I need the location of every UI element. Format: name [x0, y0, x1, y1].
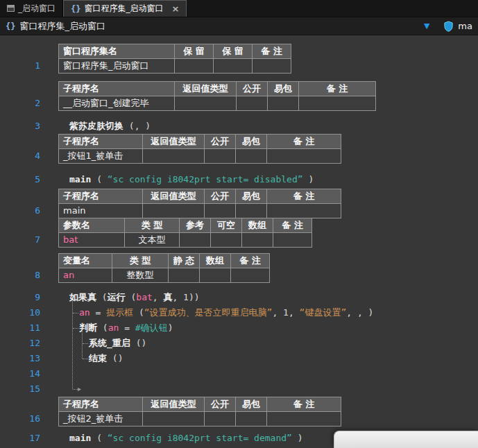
table-header-cell[interactable]: 窗口程序集名	[58, 44, 175, 59]
table-cell[interactable]: __启动窗口_创建完毕	[58, 96, 175, 111]
braces-icon: {}	[71, 4, 80, 14]
table-cell[interactable]	[174, 58, 214, 74]
breadcrumb-bar: {} 窗口程序集_启动窗口 ▼ ma	[0, 17, 478, 35]
table-header-cell[interactable]: 备 注	[266, 134, 341, 149]
table-cell[interactable]: 文本型	[124, 232, 180, 248]
table-cell[interactable]	[266, 203, 341, 218]
table-header-cell[interactable]: 备 注	[266, 397, 341, 412]
table-header-cell[interactable]: 返回值类型	[142, 397, 205, 412]
indent-guide: ▸	[78, 386, 81, 393]
table-cell[interactable]: an	[58, 268, 112, 283]
nav-right-text[interactable]: ma	[458, 21, 472, 31]
code-editor[interactable]: 窗口程序集名保 留保 留备 注1窗口程序集_启动窗口子程序名返回值类型公开易包备…	[0, 35, 478, 448]
indent-guide	[73, 313, 78, 313]
table-cell[interactable]	[273, 232, 312, 248]
table-header-cell[interactable]: 子程序名	[58, 397, 143, 412]
table-header-cell[interactable]: 数组	[199, 253, 231, 268]
close-icon[interactable]: ×	[171, 3, 179, 14]
line-number: 8	[0, 268, 58, 283]
table-header-cell[interactable]: 易包	[235, 189, 267, 204]
table-header-cell[interactable]: 类 型	[124, 218, 180, 233]
table-header-cell[interactable]: 变量名	[58, 253, 112, 268]
table-header-cell[interactable]: 公开	[204, 134, 236, 149]
line-number: 5	[0, 172, 58, 187]
table-header-cell[interactable]: 易包	[235, 134, 267, 149]
table-cell[interactable]	[298, 96, 376, 111]
table-cell[interactable]	[267, 96, 299, 111]
table-cell[interactable]	[252, 58, 291, 74]
table-row: 8an整数型	[0, 268, 478, 283]
table-cell[interactable]	[213, 58, 253, 74]
line-number: 3	[0, 119, 58, 134]
line-number	[0, 189, 58, 204]
table-header-cell[interactable]: 备 注	[273, 218, 312, 233]
breadcrumb-title: 窗口程序集_启动窗口	[19, 20, 105, 33]
table-cell[interactable]: main	[58, 203, 143, 218]
indent-guide	[83, 359, 88, 359]
table-cell[interactable]	[210, 232, 242, 248]
table-header-cell[interactable]: 子程序名	[58, 189, 143, 204]
table-cell[interactable]	[142, 148, 205, 164]
line-number	[0, 134, 58, 149]
line-number: 11	[0, 320, 58, 336]
table-header-cell[interactable]: 保 留	[213, 44, 253, 59]
table-cell[interactable]	[236, 96, 268, 111]
table-cell[interactable]	[179, 232, 211, 248]
table-header-row: 子程序名返回值类型公开易包备 注	[0, 397, 478, 412]
table-header-cell[interactable]: 公开	[204, 189, 236, 204]
table-cell[interactable]	[174, 96, 237, 111]
table-header-cell[interactable]: 返回值类型	[174, 81, 237, 96]
table-cell[interactable]	[204, 203, 236, 218]
tab-program-set-startup[interactable]: {} 窗口程序集_启动窗口 ×	[63, 0, 187, 17]
table-cell[interactable]	[266, 411, 341, 427]
table-header-cell[interactable]: 返回值类型	[142, 189, 205, 204]
table-header-cell[interactable]: 易包	[267, 81, 299, 96]
tab-label: _启动窗口	[18, 3, 56, 15]
line-number: 15	[0, 381, 58, 397]
table-cell[interactable]	[235, 148, 267, 164]
table-header-cell[interactable]: 返回值类型	[142, 134, 205, 149]
table-header-cell[interactable]: 参数名	[58, 218, 125, 233]
table-header-cell[interactable]: 公开	[204, 397, 236, 412]
table-cell[interactable]	[235, 203, 267, 218]
table-header-cell[interactable]: 静 态	[168, 253, 200, 268]
table-cell[interactable]	[199, 268, 231, 283]
table-header-cell[interactable]: 可空	[210, 218, 242, 233]
table-header-cell[interactable]: 备 注	[252, 44, 291, 59]
table-cell[interactable]	[235, 411, 267, 427]
table-header-cell[interactable]: 数组	[241, 218, 273, 233]
table-cell[interactable]	[204, 148, 236, 164]
table-cell[interactable]: bat	[58, 232, 125, 248]
table-header-cell[interactable]: 参考	[179, 218, 211, 233]
dropdown-arrow-icon[interactable]: ▼	[424, 21, 429, 31]
tab-startup-window[interactable]: _启动窗口	[0, 0, 63, 17]
code-line[interactable]: 3紫苏皮肤切换 (, )	[0, 119, 478, 134]
table-cell[interactable]: 整数型	[112, 268, 169, 283]
table-header-cell[interactable]: 备 注	[230, 253, 270, 268]
table-cell[interactable]	[204, 411, 236, 427]
table-header-cell[interactable]: 公开	[236, 81, 268, 96]
table-header-cell[interactable]: 备 注	[266, 189, 341, 204]
line-number: 7	[0, 232, 58, 248]
table-row: 2__启动窗口_创建完毕	[0, 96, 478, 111]
table-cell[interactable]	[241, 232, 273, 248]
shield-icon	[443, 21, 454, 32]
table-row: 1窗口程序集_启动窗口	[0, 58, 478, 74]
table-header-cell[interactable]: 子程序名	[58, 134, 143, 149]
table-header-cell[interactable]: 保 留	[174, 44, 214, 59]
line-number: 16	[0, 411, 58, 427]
table-cell[interactable]	[230, 268, 270, 283]
table-cell[interactable]: _按钮1_被单击	[58, 148, 143, 164]
table-cell[interactable]: 窗口程序集_启动窗口	[58, 58, 175, 74]
table-header-cell[interactable]: 子程序名	[58, 81, 175, 96]
table-header-cell[interactable]: 类 型	[112, 253, 169, 268]
table-header-cell[interactable]: 易包	[235, 397, 267, 412]
table-header-cell[interactable]: 备 注	[298, 81, 376, 96]
popup-overlay	[334, 431, 478, 448]
table-cell[interactable]	[266, 148, 341, 164]
table-cell[interactable]	[142, 411, 205, 427]
table-cell[interactable]	[142, 203, 205, 218]
table-cell[interactable]: _按钮2_被单击	[58, 411, 143, 427]
code-line[interactable]: 5main ( “sc config i8042prt start= disab…	[0, 172, 478, 187]
table-cell[interactable]	[168, 268, 200, 283]
